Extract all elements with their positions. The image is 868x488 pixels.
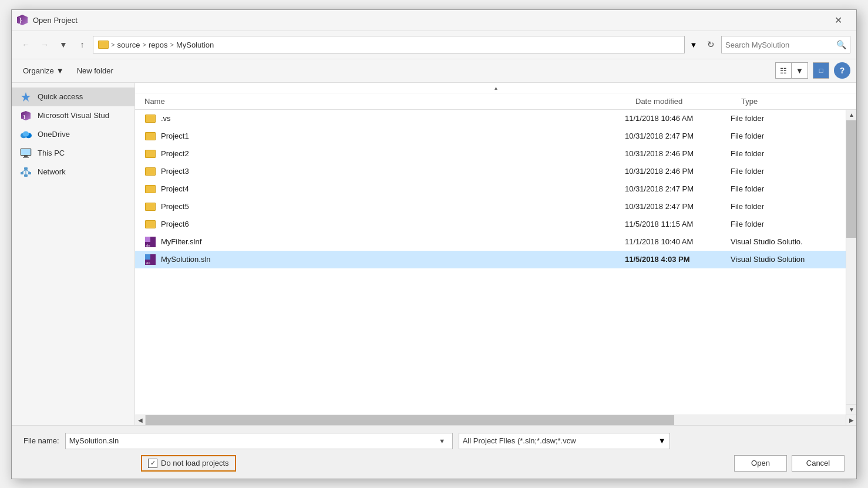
file-name-project2: Project2 [161,149,625,158]
search-icon: 🔍 [836,40,846,49]
scroll-up-button[interactable]: ▴ [135,83,856,93]
file-name-project1: Project1 [161,132,625,140]
organize-button[interactable]: Organize ▼ [18,63,69,78]
slnf-icon-myfilter: sln [144,236,156,248]
sidebar-item-onedrive[interactable]: OneDrive [12,125,134,144]
file-name-myfilter: MyFilter.slnf [161,237,625,246]
filetype-value: All Project Files (*.sln;*.dsw;*.vcw [463,436,658,445]
hscroll-right-button[interactable]: ▶ [846,415,856,425]
file-name-vs: .vs [161,114,625,123]
file-row-myfilter[interactable]: sln MyFilter.slnf 11/1/2018 10:40 AM Vis… [135,233,846,251]
vscroll-down-button[interactable]: ▼ [846,404,856,415]
file-row-project2[interactable]: Project2 10/31/2018 2:46 PM File folder [135,145,846,163]
file-row-project5[interactable]: Project5 10/31/2018 2:47 PM File folder [135,198,846,216]
file-name-project4: Project4 [161,184,625,193]
svg-marker-0 [17,15,28,25]
svg-rect-12 [24,167,28,170]
sidebar-item-this-pc[interactable]: This PC [12,144,134,163]
vscroll-up-button[interactable]: ▲ [846,110,856,120]
svg-point-7 [23,131,29,136]
file-row-vs[interactable]: .vs 11/1/2018 10:46 AM File folder [135,110,846,127]
folder-icon-project1 [144,130,156,142]
back-button[interactable]: ← [18,36,34,53]
vscroll-track [846,120,856,404]
file-type-mysolution: Visual Studio Solution [731,255,836,264]
svg-rect-23 [145,254,150,260]
open-button[interactable]: Open [734,455,787,472]
star-icon [20,91,32,103]
file-area: ▴ Name Date modified Type .vs 11/1/2018 … [135,83,856,425]
svg-rect-15 [24,174,28,177]
sidebar-item-quick-access[interactable]: Quick access [12,87,134,106]
file-date-project2: 10/31/2018 2:46 PM [625,149,731,158]
file-type-project5: File folder [731,202,836,211]
search-input[interactable] [725,41,836,49]
svg-text:}: } [19,17,22,23]
svg-marker-3 [21,111,31,120]
svg-rect-11 [23,157,29,158]
file-row-project6[interactable]: Project6 11/5/2018 11:15 AM File folder [135,216,846,233]
refresh-button[interactable]: ↻ [702,36,719,53]
file-list: .vs 11/1/2018 10:46 AM File folder Proje… [135,110,846,415]
view-list-button[interactable]: ☷ [775,62,792,79]
svg-text:}: } [23,114,25,119]
folder-icon-project5 [144,201,156,213]
file-row-mysolution[interactable]: sln MySolution.sln 11/5/2018 4:03 PM Vis… [135,251,846,268]
sidebar-item-network[interactable]: Network [12,163,134,181]
filetype-dropdown[interactable]: All Project Files (*.sln;*.dsw;*.vcw ▼ [459,433,670,449]
column-type-header[interactable]: Type [741,97,847,106]
view-dropdown-button[interactable]: ▼ [792,62,808,79]
folder-icon-project6 [144,218,156,230]
footer-row-actions: ✓ Do not load projects Open Cancel [23,455,845,472]
svg-marker-2 [21,92,31,102]
svg-text:sln: sln [146,244,150,247]
forward-button[interactable]: → [36,36,53,53]
title-bar: } Open Project ✕ [12,10,856,31]
hscroll-thumb[interactable] [146,415,674,425]
file-name-mysolution: MySolution.sln [161,255,625,264]
vertical-scrollbar: ▲ ▼ [846,110,856,415]
do-not-load-checkbox[interactable]: ✓ [148,459,157,468]
search-bar: 🔍 [721,36,850,53]
column-name-header[interactable]: Name [144,97,635,106]
svg-line-16 [22,170,26,172]
svg-rect-14 [28,172,31,174]
hscroll-left-button[interactable]: ◀ [135,415,146,425]
filename-input[interactable] [69,436,436,445]
up-button[interactable]: ↑ [74,36,90,53]
close-button[interactable]: ✕ [825,9,852,31]
vs-logo-icon: } [16,14,28,26]
folder-icon-project3 [144,166,156,177]
svg-line-17 [26,170,30,172]
svg-rect-10 [24,156,28,157]
file-date-mysolution: 11/5/2018 4:03 PM [625,255,731,264]
preview-pane-button[interactable]: □ [813,62,829,79]
file-date-project4: 10/31/2018 2:47 PM [625,184,731,193]
footer: File name: ▼ All Project Files (*.sln;*.… [12,425,856,479]
file-row-project3[interactable]: Project3 10/31/2018 2:46 PM File folder [135,163,846,180]
breadcrumb-source[interactable]: source [117,41,140,49]
dialog-title: Open Project [33,16,825,25]
sidebar-item-visual-studio[interactable]: } Microsoft Visual Stud [12,106,134,125]
vscroll-thumb[interactable] [846,120,856,238]
checkbox-checkmark: ✓ [150,459,156,467]
dropdown-recent-button[interactable]: ▼ [55,36,72,53]
footer-row-filename: File name: ▼ All Project Files (*.sln;*.… [23,433,845,449]
column-date-header[interactable]: Date modified [635,97,741,106]
file-date-project5: 10/31/2018 2:47 PM [625,202,731,211]
do-not-load-checkbox-area[interactable]: ✓ Do not load projects [141,455,236,472]
breadcrumb-dropdown-button[interactable]: ▼ [687,36,700,53]
file-date-myfilter: 11/1/2018 10:40 AM [625,237,731,246]
file-row-project1[interactable]: Project1 10/31/2018 2:47 PM File folder [135,127,846,145]
file-type-project4: File folder [731,184,836,193]
address-bar: ← → ▼ ↑ > source > repos > MySolution ▼ … [12,31,856,59]
file-row-project4[interactable]: Project4 10/31/2018 2:47 PM File folder [135,180,846,198]
new-folder-button[interactable]: New folder [72,63,119,78]
main-area: Quick access } Microsoft Visual Stud [12,83,856,425]
breadcrumb-repos[interactable]: repos [149,41,168,49]
filename-dropdown-button[interactable]: ▼ [436,433,449,449]
breadcrumb-mysolution[interactable]: MySolution [176,41,214,49]
help-button[interactable]: ? [834,62,850,79]
cancel-button[interactable]: Cancel [792,455,845,472]
file-type-project2: File folder [731,149,836,158]
